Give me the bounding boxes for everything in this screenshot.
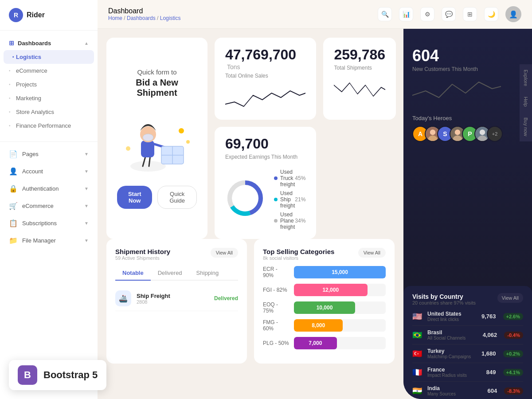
donut-chart <box>225 178 265 218</box>
stat1-label: Total Online Sales <box>225 73 305 79</box>
page-title: Dashboard <box>108 7 180 15</box>
quick-guide-button[interactable]: Quick Guide <box>157 186 197 209</box>
visits-view-all-button[interactable]: View All <box>497 293 523 303</box>
bootstrap-badge: B Bootstrap 5 <box>9 360 106 390</box>
total-online-sales-card: 47,769,700 Tons Total Online Sales <box>215 38 316 120</box>
category-bar-row: PLG - 50% 7,000 <box>263 337 386 349</box>
chevron-down-icon-4: ▼ <box>84 203 89 208</box>
legend-dot-ship <box>274 198 278 201</box>
dashboards-group[interactable]: ⊞ Dashboards ▲ <box>0 36 98 50</box>
shipment-header: Shipment History 59 Active Shipments Vie… <box>115 248 238 261</box>
logo-icon: R <box>9 8 23 22</box>
sidebar-item-store-analytics[interactable]: Store Analytics <box>0 105 98 119</box>
top-grid: Quick form to Bid a New Shipment <box>98 29 403 239</box>
country-source: All Social Channels <box>427 336 478 340</box>
shipment-title-group: Shipment History 59 Active Shipments <box>115 248 170 261</box>
visits-header: Visits by Country 20 countries share 97%… <box>412 293 523 305</box>
tab-delivered[interactable]: Delivered <box>151 266 189 281</box>
sidebar-item-subscriptions[interactable]: 📋 Subscriptions ▼ <box>0 215 98 232</box>
country-row: 🇹🇷 Turkey Mailchimp Campaigns 1,680 +0.2… <box>412 344 523 363</box>
app-name: Rider <box>27 11 45 19</box>
sidebar-item-logistics[interactable]: Logistics <box>4 50 94 64</box>
user-avatar[interactable]: 👤 <box>505 6 521 22</box>
main-area: Dashboard Home / Dashboards / Logistics … <box>98 0 532 399</box>
search-button[interactable]: 🔍 <box>378 7 392 21</box>
category-bar-row: EOQ - 75% 10,000 <box>263 301 386 314</box>
sidebar-item-pages[interactable]: 📄 Pages ▼ <box>0 145 98 163</box>
sidebar-item-finance-performance[interactable]: Finance Performance <box>0 119 98 133</box>
shipment-tabs: Notable Delivered Shipping <box>115 266 238 281</box>
content-area: Quick form to Bid a New Shipment <box>98 29 532 399</box>
shipment-item-name: Ship Freight <box>137 293 170 299</box>
legend-ship: Used Ship freight 21% <box>274 190 305 209</box>
country-visits: 1,680 <box>481 350 496 357</box>
stat2-label: Total Shipments <box>334 65 385 71</box>
buy-now-button[interactable]: Buy now <box>520 112 532 141</box>
start-now-button[interactable]: Start Now <box>117 186 152 209</box>
bootstrap-icon: B <box>18 365 37 385</box>
visits-title-group: Visits by Country 20 countries share 97%… <box>412 293 476 305</box>
sidebar-item-account[interactable]: 👤 Account ▼ <box>0 163 98 180</box>
country-row: 🇧🇷 Brasil All Social Channels 4,062 -0.4… <box>412 326 523 344</box>
sidebar-item-marketing[interactable]: Marketing <box>0 91 98 105</box>
content-scroll: Quick form to Bid a New Shipment <box>98 29 403 399</box>
visits-title: Visits by Country <box>412 293 476 300</box>
country-info: India Many Sources <box>427 385 483 396</box>
sidebar: R Rider ⊞ Dashboards ▲ Logistics eCommer… <box>0 0 98 399</box>
country-flag: 🇧🇷 <box>412 331 423 339</box>
bar-track: 8,000 <box>294 319 386 332</box>
legend-dot-truck <box>274 176 278 180</box>
hero-title: Bid a New Shipment <box>117 78 197 98</box>
sidebar-item-authentication[interactable]: 🔒 Authentication ▼ <box>0 180 98 197</box>
tab-notable[interactable]: Notable <box>115 266 151 281</box>
heroes-label: Today's Heroes <box>412 115 523 121</box>
bar-label: FMG - 60% <box>263 319 289 332</box>
shipment-list-item: 🚢 Ship Freight 2808 Delivered <box>115 286 238 311</box>
categories-card: Top Selling Categories 8k social visitor… <box>254 239 395 364</box>
settings-button[interactable]: ⚙ <box>420 7 434 21</box>
country-visits: 604 <box>488 387 497 394</box>
svg-point-10 <box>179 128 184 133</box>
bar-label: ECR - 90% <box>263 266 289 278</box>
sidebar-item-ecommerce[interactable]: eCommerce <box>0 64 98 78</box>
categories-bar-chart: ECR - 90% 15,000 FGI - 82% 12,000 EOQ - … <box>263 266 386 349</box>
country-name: India <box>427 385 483 391</box>
header-right: 🔍 📊 ⚙ 💬 ⊞ 🌙 👤 <box>378 6 521 22</box>
country-info: United States Direct link clicks <box>427 311 477 322</box>
country-change-badge: +4.1% <box>503 369 524 376</box>
bar-fill: 15,000 <box>294 266 386 278</box>
avatar-stack: A S P +2 <box>412 126 523 142</box>
country-visits: 4,062 <box>483 332 497 338</box>
earnings-detail: Used Truck freight 45% Used Ship freight… <box>225 166 305 230</box>
sidebar-item-filemanager[interactable]: 📁 File Manager ▼ <box>0 232 98 249</box>
tab-shipping[interactable]: Shipping <box>189 266 226 281</box>
categories-view-all-button[interactable]: View All <box>358 248 386 258</box>
dashboards-section: ⊞ Dashboards ▲ Logistics eCommerce Proje… <box>0 31 98 138</box>
country-row: 🇺🇸 United States Direct link clicks 9,76… <box>412 307 523 326</box>
bootstrap-text: Bootstrap 5 <box>43 369 98 381</box>
bar-fill: 12,000 <box>294 284 368 296</box>
grid-button[interactable]: ⊞ <box>463 7 477 21</box>
country-name: United States <box>427 311 477 317</box>
side-buttons: Explore Help Buy now <box>520 64 532 141</box>
chart-button[interactable]: 📊 <box>399 7 413 21</box>
shipment-view-all-button[interactable]: View All <box>211 248 238 258</box>
theme-button[interactable]: 🌙 <box>484 7 498 21</box>
bar-fill: 10,000 <box>294 301 355 314</box>
country-info: Turkey Mailchimp Campaigns <box>427 348 477 359</box>
shipment-title: Shipment History <box>115 248 170 255</box>
svg-point-18 <box>430 129 435 135</box>
stat1-chart <box>225 84 305 111</box>
app-logo[interactable]: R Rider <box>0 0 98 31</box>
pages-icon: 📄 <box>9 150 18 158</box>
explore-button[interactable]: Explore <box>520 64 532 91</box>
help-button[interactable]: Help <box>520 91 532 112</box>
chat-button[interactable]: 💬 <box>442 7 456 21</box>
sidebar-item-ecommerce2[interactable]: 🛒 eCommerce ▼ <box>0 197 98 215</box>
dashboards-label: ⊞ Dashboards <box>9 39 51 47</box>
country-change-badge: -0.4% <box>504 332 523 339</box>
country-change-badge: +2.6% <box>503 313 524 320</box>
country-source: Mailchimp Campaigns <box>427 354 477 359</box>
sidebar-item-projects[interactable]: Projects <box>0 78 98 91</box>
category-bar-row: FMG - 60% 8,000 <box>263 319 386 332</box>
